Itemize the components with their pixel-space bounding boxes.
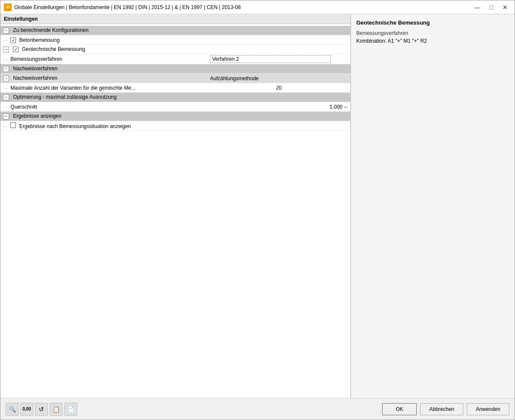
collapse-geotechnische[interactable]: −	[3, 47, 9, 53]
decimal-tool-icon[interactable]: 0,00	[20, 403, 33, 416]
right-panel-title: Geotechnische Bemessung	[356, 19, 509, 26]
row-querschnitt: ··· Querschnitt 1.000 --	[0, 102, 350, 112]
apply-button[interactable]: Anwenden	[467, 403, 509, 415]
row-bemessungsverfahren: ··· Bemessungsverfahren Verfahren 2	[0, 54, 350, 64]
label-ergebnisse-checkbox: Ergebnisse nach Bemessungssituation anze…	[19, 123, 131, 129]
label-nachweisverfahren-sub: Nachweisverfahren	[13, 75, 57, 81]
refresh-tool-icon[interactable]: ↺	[35, 403, 48, 416]
window-title: Globale Einstellungen | Betonfundamente …	[14, 4, 471, 10]
close-button[interactable]: ✕	[499, 3, 511, 12]
input-bemessungsverfahren[interactable]: Verfahren 2	[210, 55, 331, 63]
window-controls: — □ ✕	[471, 3, 511, 12]
value-aufzaehlung: Aufzählungsmethode	[210, 75, 259, 81]
settings-tree: − Zu berechnende Konfigurationen ··· Bet…	[0, 24, 350, 398]
app-icon: ⚙	[4, 3, 12, 11]
search-tool-icon[interactable]: 🔍	[6, 403, 19, 416]
right-panel-label1: Bemessungsverfahren	[356, 30, 509, 36]
bottom-bar: 🔍 0,00 ↺ 📋 📄 OK Abbrechen Anwenden	[0, 398, 515, 420]
checkbox-betonbemessung[interactable]	[10, 38, 16, 43]
section-optimierung: − Optimierung - maximal zulässige Ausnut…	[0, 93, 350, 102]
checkbox-ergebnisse[interactable]	[10, 122, 16, 128]
title-bar: ⚙ Globale Einstellungen | Betonfundament…	[0, 0, 515, 14]
label-maximale-anzahl: Maximale Anzahl der Varianten für die ge…	[10, 85, 135, 91]
section-nachweisverfahren: − Nachweisverfahren	[0, 64, 350, 74]
label-betonbemessung: Betonbemessung	[19, 37, 60, 43]
document-tool-icon[interactable]: 📄	[64, 403, 77, 416]
section-nachweisverfahren-label: Nachweisverfahren	[13, 66, 57, 72]
row-geotechnische-header: − Geotechnische Bemessung	[0, 45, 350, 54]
label-bemessungsverfahren: Bemessungsverfahren	[10, 56, 62, 62]
collapse-optimierung[interactable]: −	[3, 94, 9, 100]
minimize-button[interactable]: —	[471, 3, 484, 12]
section-optimierung-label: Optimierung - maximal zulässige Ausnutzu…	[13, 94, 116, 100]
section-konfigurationen-label: Zu berechnende Konfigurationen	[13, 27, 88, 33]
value-maximale-anzahl: 20	[276, 85, 282, 91]
label-querschnitt: Querschnitt	[10, 104, 37, 110]
main-window: ⚙ Globale Einstellungen | Betonfundament…	[0, 0, 515, 420]
left-panel: Einstellungen − Zu berechnende Konfigura…	[0, 14, 351, 398]
maximize-button[interactable]: □	[485, 3, 497, 12]
unit-querschnitt: --	[344, 104, 348, 110]
label-geotechnische: Geotechnische Bemessung	[22, 46, 85, 52]
row-nachweisverfahren-sub: − Nachweisverfahren Aufzählungsmethode	[0, 74, 350, 83]
panel-header: Einstellungen	[0, 14, 350, 24]
main-content: Einstellungen − Zu berechnende Konfigura…	[0, 14, 515, 398]
right-panel-value2: Kombination: A1 "+" M1 "+" R2	[356, 38, 509, 44]
right-panel: Geotechnische Bemessung Bemessungsverfah…	[351, 14, 515, 398]
value-querschnitt: 1.000	[317, 104, 342, 110]
row-betonbemessung: ··· Betonbemessung	[0, 35, 350, 45]
section-ergebnisse: − Ergebnisse anzeigen	[0, 112, 350, 121]
checkbox-geotechnische[interactable]	[13, 47, 19, 52]
ok-button[interactable]: OK	[382, 403, 417, 415]
collapse-nachweisverfahren-sub[interactable]: −	[3, 75, 9, 81]
toolbar-icons: 🔍 0,00 ↺ 📋 📄	[6, 403, 382, 416]
section-ergebnisse-label: Ergebnisse anzeigen	[13, 113, 61, 119]
cancel-button[interactable]: Abbrechen	[420, 403, 463, 415]
section-konfigurationen: − Zu berechnende Konfigurationen	[0, 26, 350, 35]
collapse-ergebnisse[interactable]: −	[3, 113, 9, 119]
collapse-konfigurationen[interactable]: −	[3, 28, 9, 34]
row-ergebnisse-checkbox: ··· Ergebnisse nach Bemessungssituation …	[0, 121, 350, 131]
row-maximale-anzahl: ··· Maximale Anzahl der Varianten für di…	[0, 83, 350, 93]
dialog-buttons: OK Abbrechen Anwenden	[382, 403, 509, 415]
collapse-nachweisverfahren[interactable]: −	[3, 66, 9, 72]
copy-tool-icon[interactable]: 📋	[50, 403, 63, 416]
